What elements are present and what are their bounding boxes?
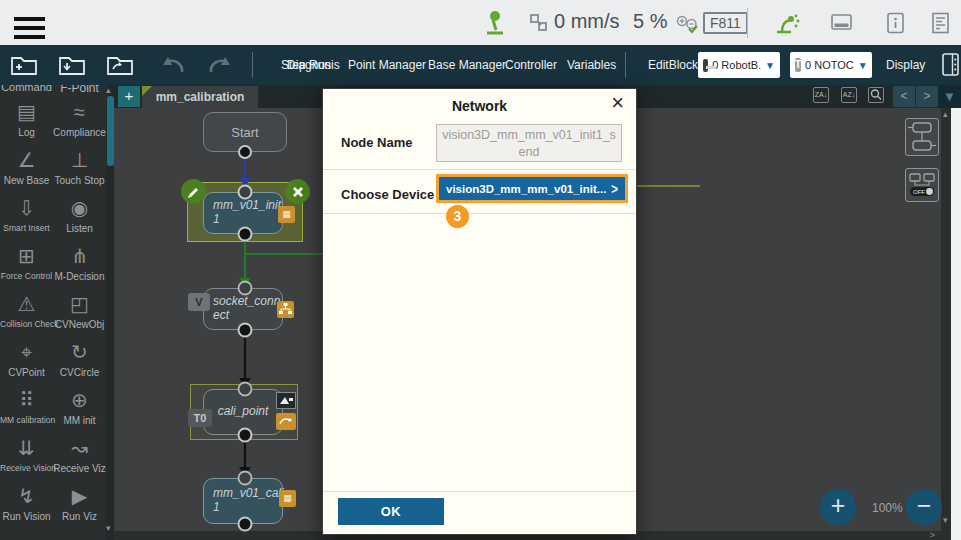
node-label: mm_v01_init1 <box>213 199 281 227</box>
sidebar-item-touch-stop[interactable]: ⊥Touch Stop <box>53 148 106 186</box>
scroll-down-icon[interactable]: ▾ <box>943 516 948 525</box>
override-adjust-icon[interactable] <box>676 13 700 35</box>
sidebar-scroll-thumb[interactable] <box>107 96 114 166</box>
sidebar-item-cvcircle[interactable]: ↻CVCircle <box>53 340 106 378</box>
sidebar-item-cvpoint[interactable]: ⌖CVPoint <box>0 340 53 378</box>
close-icon[interactable]: × <box>607 90 628 116</box>
sidebar-item-receive-vision[interactable]: ⇊Receive Vision <box>0 436 53 473</box>
sidebar-item-cvnewobj[interactable]: ◰CVNewObj <box>53 292 106 330</box>
sidebar-item-run-viz[interactable]: ▶Run Viz <box>53 484 106 522</box>
sidebar-item-label: Run Vision <box>0 511 53 522</box>
menu-diagnosis[interactable]: Diagnosis <box>287 58 340 72</box>
ok-button[interactable]: OK <box>338 498 444 525</box>
nav-back-button[interactable]: < <box>893 86 915 107</box>
divider <box>323 491 636 492</box>
network-dialog: Network × Node Name vision3D_mm_mm_v01_i… <box>322 88 637 535</box>
menu-display[interactable]: Display <box>886 58 925 72</box>
panel-toggle-icon[interactable] <box>942 53 960 77</box>
zoom-in-button[interactable]: + <box>820 489 856 525</box>
frame-badge[interactable]: F811 <box>703 12 748 34</box>
tutorial-step-badge: 3 <box>446 205 469 228</box>
sidebar-item-collision-check[interactable]: ⚠Collision Check <box>0 292 53 329</box>
collapse-toggle-button[interactable]: OFF <box>905 168 939 202</box>
sidebar-item-mm-init[interactable]: ⊕MM init <box>53 388 106 426</box>
m-decision-icon: ⋔ <box>53 244 106 268</box>
sidebar-scrollbar[interactable]: ▴ ▾ <box>106 85 114 540</box>
scroll-up-icon[interactable]: ▴ <box>943 110 948 119</box>
sidebar-item-compliance[interactable]: ≈Compliance <box>53 100 106 138</box>
menu-controller[interactable]: Controller <box>505 58 557 72</box>
divider <box>323 169 636 170</box>
log-icon: ▤ <box>0 100 53 124</box>
node-name-input[interactable]: vision3D_mm_mm_v01_init1_send <box>436 124 622 162</box>
sidebar-item-mm-calibration[interactable]: ⠿MM calibration <box>0 388 53 425</box>
robot-base-value: 0 RobotB. <box>712 59 761 71</box>
tab-mm-calibration[interactable]: mm_calibration <box>142 86 258 108</box>
tool-value: 0 NOTOC <box>805 59 854 71</box>
sidebar-item-smart-insert[interactable]: ⇩Smart Insert <box>0 196 53 233</box>
node-label: mm_v01_cali1 <box>213 487 284 515</box>
touch-stop-icon: ⊥ <box>53 148 106 172</box>
off-toggle-label: OFF <box>913 189 925 195</box>
sidebar-item-run-vision[interactable]: ↯Run Vision <box>0 484 53 522</box>
sidebar-item-force-control[interactable]: ⊞Force Control <box>0 244 53 281</box>
delete-node-button[interactable] <box>285 179 310 204</box>
sidebar-item-m-decision[interactable]: ⋔M-Decision <box>53 244 106 282</box>
tab-modified-marker <box>142 86 152 96</box>
right-scrollbar-track[interactable] <box>951 108 961 540</box>
vertical-scrollbar[interactable]: ▴ ▾ <box>941 108 951 540</box>
scroll-right-icon[interactable]: > <box>930 531 935 540</box>
zoom-fit-icon[interactable] <box>868 87 884 103</box>
sidebar-item-label: Receive Vision <box>0 463 53 473</box>
hamburger-menu-icon[interactable] <box>14 17 45 44</box>
sidebar-item-label: New Base <box>0 175 53 186</box>
close-icon <box>291 185 305 199</box>
sidebar-item-f-point[interactable]: F-Point <box>53 85 106 95</box>
scroll-down-icon[interactable]: ▾ <box>106 524 111 533</box>
tab-dropdown-button[interactable]: ▼ <box>938 85 961 108</box>
auto-arrange-button[interactable] <box>905 118 939 156</box>
zoom-level: 100% <box>872 501 903 515</box>
info-doc-icon[interactable] <box>886 12 906 34</box>
sidebar-item-label: Collision Check <box>0 319 53 329</box>
menu-edit-block[interactable]: EditBlock <box>648 58 698 72</box>
menu-variables[interactable]: Variables <box>567 58 616 72</box>
log-doc-icon[interactable] <box>931 12 951 34</box>
flow-node-start[interactable]: Start <box>203 112 287 152</box>
file-open-button[interactable] <box>106 53 134 77</box>
sidebar-item-log[interactable]: ▤Log <box>0 100 53 138</box>
file-save-button[interactable] <box>58 53 86 77</box>
choose-device-button[interactable]: vision3D_mm_mm_v01_init... > <box>436 174 628 203</box>
tool-dropdown[interactable]: T 0 NOTOC ▼ <box>790 52 872 78</box>
sidebar-item-receive-viz[interactable]: ↝Receive Viz <box>53 436 106 474</box>
node-label: socket_connect <box>213 295 280 323</box>
scroll-up-icon[interactable]: ▴ <box>106 86 111 95</box>
flow-node-mm-v01-cali[interactable]: mm_v01_cali1 <box>203 478 283 524</box>
chevron-down-icon: ▼ <box>858 60 868 71</box>
variable-badge: V <box>188 293 210 311</box>
flow-node-cali-point[interactable]: cali_point <box>203 389 283 435</box>
sidebar-item-command[interactable]: Command <box>0 85 53 95</box>
add-tab-button[interactable]: + <box>118 86 140 107</box>
file-new-button[interactable] <box>10 53 38 77</box>
network-step-icon <box>277 301 294 318</box>
compliance-icon: ≈ <box>53 100 106 124</box>
flow-node-mm-v01-init[interactable]: mm_v01_init1 <box>203 192 283 234</box>
keyboard-icon[interactable] <box>831 14 853 32</box>
force-control-icon: ⊞ <box>0 244 53 268</box>
sort-alpha-desc-icon[interactable]: ZA↓ <box>813 87 829 103</box>
sort-alpha-asc-icon[interactable]: AZ↓ <box>841 87 857 103</box>
nav-forward-button[interactable]: > <box>916 86 938 107</box>
menu-base-manager[interactable]: Base Manager <box>428 58 506 72</box>
robot-base-dropdown[interactable]: 0 RobotB. ▼ <box>698 52 780 78</box>
undo-button[interactable] <box>158 55 188 77</box>
sidebar-item-listen[interactable]: ◉Listen <box>53 196 106 234</box>
redo-button[interactable] <box>206 55 236 77</box>
flow-node-socket-connect[interactable]: socket_connect <box>203 288 283 330</box>
zoom-out-button[interactable]: − <box>906 489 942 525</box>
menu-point-manager[interactable]: Point Manager <box>348 58 426 72</box>
choose-device-value: vision3D_mm_mm_v01_init... <box>446 183 606 195</box>
sidebar-item-new-base[interactable]: ∠New Base <box>0 148 53 186</box>
edit-node-button[interactable] <box>181 179 206 204</box>
dialog-title: Network <box>323 98 636 114</box>
